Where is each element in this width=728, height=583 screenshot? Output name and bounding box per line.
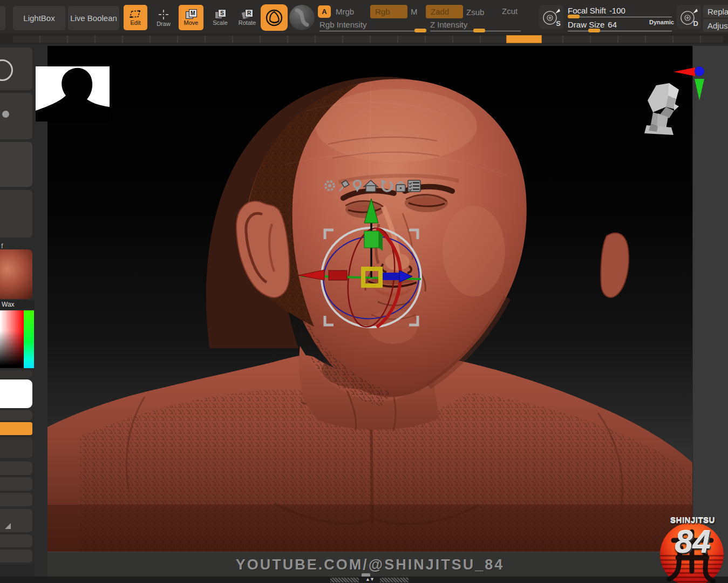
shelf-segments[interactable] — [13, 36, 723, 43]
z-intensity-handle[interactable] — [473, 29, 485, 32]
draw-size-handle[interactable] — [588, 29, 600, 32]
stroke-letter: S — [556, 19, 561, 28]
rotate-icon: R — [242, 9, 253, 18]
main-color-swatch[interactable] — [0, 379, 32, 408]
draw-size-label: Draw Size — [568, 20, 604, 29]
shelf-button-5[interactable] — [0, 550, 32, 562]
shelf-button-expand[interactable] — [0, 509, 32, 532]
color-hue-strip[interactable] — [24, 310, 34, 368]
color-sv-picker[interactable] — [0, 310, 24, 368]
watermark-text: YOUTUBE.COM/@SHINJITSU_84 — [236, 557, 504, 573]
replay-last-button[interactable]: ReplayL — [703, 5, 728, 18]
shelf-button-1[interactable] — [0, 462, 32, 475]
document-viewport[interactable] — [47, 46, 692, 552]
scale-label: Scale — [213, 19, 228, 26]
left-shelf: f Wax — [0, 44, 35, 583]
x-axis-arrow-icon[interactable] — [673, 67, 695, 76]
color-row-panel[interactable] — [0, 370, 32, 378]
rgb-button[interactable]: Rgb — [370, 5, 407, 18]
shelf-button-3[interactable] — [0, 493, 32, 506]
divider-hatch-left[interactable] — [330, 578, 359, 582]
gizmo-red-cube[interactable] — [329, 270, 347, 280]
shelf-panel[interactable] — [0, 437, 32, 458]
move-button[interactable]: M Move — [179, 5, 203, 30]
shelf-button-2[interactable] — [0, 477, 32, 491]
z-intensity-label: Z Intensity — [430, 20, 467, 29]
shelf-button-4[interactable] — [0, 534, 32, 547]
rgb-intensity-label: Rgb Intensity — [319, 20, 367, 29]
silhouette-icon — [36, 66, 110, 121]
checklist-icon[interactable] — [408, 180, 420, 192]
zadd-button[interactable]: Zadd — [426, 5, 463, 18]
edit-button[interactable]: Edit — [124, 5, 147, 30]
gizmo-blue-shaft[interactable] — [380, 273, 400, 280]
zsub-button[interactable]: Zsub — [466, 8, 484, 17]
y-axis-cone-icon[interactable] — [695, 79, 704, 100]
lightbox-label: LightBox — [23, 13, 55, 23]
adjust-label: AdjustL — [707, 21, 728, 30]
shelf-active-segment[interactable] — [506, 35, 542, 43]
logo-number: 84 — [657, 523, 728, 560]
focal-shift-value: -100 — [609, 6, 625, 15]
m-button[interactable]: M — [411, 7, 418, 16]
focal-shift-handle[interactable] — [568, 15, 580, 18]
draw-button[interactable]: Draw — [153, 5, 174, 31]
right-ear — [601, 233, 629, 297]
torso-bottom-shadow — [47, 505, 692, 552]
lightbox-button[interactable]: LightBox — [13, 6, 65, 30]
document-silhouette-thumbnail[interactable] — [36, 66, 110, 121]
draw-size-slider[interactable] — [568, 31, 672, 31]
sculpt-model — [47, 46, 692, 552]
mrgb-button[interactable]: Mrgb — [336, 7, 354, 16]
depth-letter: D — [693, 19, 698, 28]
texture-name-partial: f — [1, 242, 3, 250]
move-label: Move — [184, 19, 199, 26]
bottom-divider-strip: ▲▼ — [0, 577, 728, 583]
skull-highlight — [315, 89, 477, 162]
brush-preview-icon — [0, 59, 13, 81]
a-toggle-button[interactable]: A — [318, 5, 331, 18]
rotate-label: Rotate — [239, 19, 256, 26]
zadd-label: Zadd — [431, 7, 449, 16]
current-material-button[interactable] — [289, 5, 315, 30]
divider-hatch-right[interactable] — [380, 578, 409, 582]
edit-marquee-icon — [130, 10, 141, 18]
dynamic-toggle[interactable]: Dynamic — [649, 19, 674, 25]
rotate-button[interactable]: R Rotate — [236, 5, 258, 30]
right-tray[interactable] — [692, 46, 728, 583]
zcut-button[interactable]: Zcut — [502, 6, 518, 16]
stroke-dot-icon — [2, 111, 9, 118]
current-brush-button[interactable] — [261, 4, 288, 31]
top-toolbar: LightBox Live Boolean Edit Draw M — [0, 0, 728, 33]
scale-icon: S — [215, 9, 226, 18]
move-icon: M — [186, 9, 196, 18]
rgb-intensity-slider[interactable] — [319, 31, 425, 31]
z-axis-dot-icon[interactable] — [695, 66, 704, 76]
adjust-last-button[interactable]: AdjustL — [703, 19, 728, 32]
a-toggle-label: A — [322, 8, 326, 16]
accent-swatch[interactable] — [0, 422, 32, 435]
clipped-left-button[interactable] — [0, 6, 5, 30]
draw-size-value: 64 — [608, 20, 617, 29]
material-name-label: Wax — [0, 300, 35, 309]
gizmo-green-cube[interactable] — [364, 231, 379, 248]
focal-shift-label: Focal Shift — [568, 6, 606, 15]
zbrush-window: LightBox Live Boolean Edit Draw M — [0, 0, 728, 583]
stroke-button[interactable]: S — [539, 5, 563, 29]
rgb-intensity-handle[interactable] — [414, 29, 426, 32]
divider-arrows[interactable]: ▲▼ — [358, 577, 381, 582]
corner-triangle-icon — [5, 523, 11, 529]
material-thumbnail[interactable] — [0, 249, 32, 299]
edit-label: Edit — [131, 19, 141, 26]
rgb-label: Rgb — [375, 7, 390, 16]
depth-button[interactable]: D — [677, 5, 701, 29]
secondary-color-panel[interactable] — [0, 410, 32, 421]
texture-thumbnail[interactable] — [0, 190, 32, 238]
live-boolean-button[interactable]: Live Boolean — [68, 6, 119, 30]
stroke-thumbnail[interactable] — [0, 93, 32, 139]
focal-shift-slider[interactable] — [568, 17, 672, 17]
focal-shift-row: Focal Shift-100 — [568, 6, 625, 15]
scale-button[interactable]: S Scale — [209, 5, 231, 30]
alpha-thumbnail[interactable] — [0, 142, 32, 187]
brush-thumbnail[interactable] — [0, 48, 32, 90]
